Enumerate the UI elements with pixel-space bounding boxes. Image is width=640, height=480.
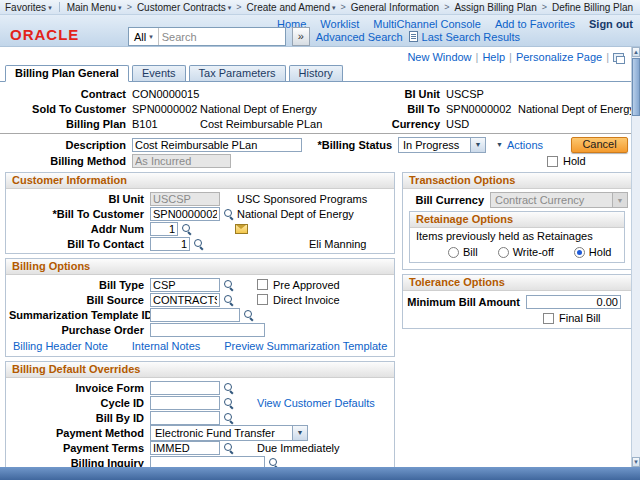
breadcrumb-item-general-information[interactable]: General Information — [351, 2, 439, 13]
invoice-form-label: Invoice Form — [9, 382, 150, 394]
lookup-icon[interactable] — [223, 294, 235, 306]
lookup-icon[interactable] — [223, 442, 235, 454]
bill-type-input[interactable] — [150, 278, 220, 292]
bill-by-id-input[interactable] — [150, 411, 220, 425]
bill-by-id-label: Bill By ID — [9, 412, 150, 424]
bill-currency-select: Contract Currency ▼ — [490, 192, 628, 208]
payment-terms-input[interactable] — [150, 441, 220, 455]
sign-out-link[interactable]: Sign out — [589, 18, 633, 30]
breadcrumb-item-customer-contracts[interactable]: Customer Contracts ▾ — [137, 2, 231, 13]
radio-icon[interactable] — [448, 247, 459, 258]
breadcrumb-item-define-billing-plan[interactable]: Define Billing Plan — [552, 2, 633, 13]
radio-icon[interactable] — [498, 247, 509, 258]
cancel-button[interactable]: Cancel — [571, 137, 628, 153]
summary-row: Contract CON0000015 BI Unit USCSP — [0, 86, 640, 101]
customer-information-section: Customer Information BI Unit USC Sponsor… — [5, 172, 395, 254]
bill-to-contact-input[interactable] — [150, 237, 190, 251]
lookup-icon[interactable] — [243, 309, 255, 321]
summarization-template-row: Summarization Template ID — [9, 307, 391, 322]
minimum-bill-amount-input[interactable] — [526, 295, 621, 309]
lookup-icon[interactable] — [193, 238, 205, 250]
dropdown-caret-icon: ▾ — [332, 4, 336, 11]
retainage-radio-group: Bill Write-off Hold — [410, 244, 624, 262]
pre-approved-field: Pre Approved — [257, 279, 340, 291]
new-window-link[interactable]: New Window — [407, 51, 471, 63]
minimum-bill-amount-row: Minimum Bill Amount — [406, 293, 628, 310]
hold-checkbox[interactable] — [547, 156, 558, 167]
summarization-template-input[interactable] — [150, 308, 240, 322]
radio-selected-icon[interactable] — [574, 247, 585, 258]
bill-source-input[interactable] — [150, 293, 220, 307]
billing-status-select[interactable]: In Progress ▼ — [398, 137, 486, 153]
view-customer-defaults-wrap: View Customer Defaults — [257, 397, 375, 409]
lookup-icon[interactable] — [223, 397, 235, 409]
vertical-scrollbar[interactable]: ▲ ▼ — [631, 47, 640, 467]
direct-invoice-checkbox[interactable] — [257, 294, 268, 305]
bi-unit-row: BI Unit USC Sponsored Programs — [9, 191, 391, 206]
pre-approved-label: Pre Approved — [273, 279, 340, 291]
actions-dropdown[interactable]: ▼ Actions — [496, 139, 543, 151]
breadcrumb-item-create-and-amend[interactable]: Create and Amend ▾ — [247, 2, 336, 13]
envelope-icon[interactable] — [235, 224, 248, 234]
lookup-icon[interactable] — [223, 279, 235, 291]
cycle-id-input[interactable] — [150, 396, 220, 410]
retainage-option-bill[interactable]: Bill — [448, 246, 478, 258]
advanced-search-link[interactable]: Advanced Search — [316, 31, 403, 43]
transaction-options-section: Transaction Options Bill Currency Contra… — [402, 172, 632, 270]
breadcrumb-item-assign-billing-plan[interactable]: Assign Billing Plan — [454, 2, 536, 13]
tab-tax-parameters[interactable]: Tax Parameters — [189, 65, 286, 81]
lookup-icon[interactable] — [223, 208, 235, 220]
purchase-order-input[interactable] — [150, 323, 265, 337]
bill-to-contact-description: Eli Manning — [309, 238, 366, 250]
bill-to-customer-input[interactable] — [150, 207, 220, 221]
scrollbar-thumb[interactable] — [632, 58, 640, 116]
bill-to-value: SPN0000002 — [446, 103, 518, 115]
lookup-icon[interactable] — [223, 382, 235, 394]
addr-num-input[interactable] — [150, 222, 178, 236]
separator-line — [0, 133, 640, 134]
copy-url-icon[interactable] — [613, 53, 624, 62]
addr-num-label: Addr Num — [9, 223, 150, 235]
sold-to-customer-name: National Dept of Energy — [200, 103, 368, 115]
lookup-icon[interactable] — [181, 223, 193, 235]
view-customer-defaults-link[interactable]: View Customer Defaults — [257, 397, 375, 409]
billing-header-note-link[interactable]: Billing Header Note — [13, 340, 108, 352]
tab-billing-plan-general[interactable]: Billing Plan General — [5, 65, 129, 82]
retainage-option-hold[interactable]: Hold — [574, 246, 612, 258]
bi-unit-label: BI Unit — [9, 193, 150, 205]
final-bill-checkbox[interactable] — [543, 313, 554, 324]
breadcrumb-separator: > — [542, 2, 547, 12]
dropdown-caret-icon: ▼ — [612, 193, 627, 207]
description-input[interactable] — [132, 138, 302, 152]
preview-summarization-template-link[interactable]: Preview Summarization Template — [224, 340, 387, 352]
retainage-option-write-off[interactable]: Write-off — [498, 246, 554, 258]
currency-value: USD — [446, 118, 518, 130]
search-go-button[interactable]: » — [292, 27, 310, 46]
tab-events[interactable]: Events — [132, 65, 186, 81]
horizontal-scrollbar[interactable] — [0, 467, 640, 480]
search-scope-dropdown[interactable]: All ▾ — [129, 28, 159, 45]
pre-approved-checkbox[interactable] — [257, 279, 268, 290]
lookup-icon[interactable] — [223, 412, 235, 424]
invoice-form-input[interactable] — [150, 381, 220, 395]
payment-method-select[interactable]: Electronic Fund Transfer ▼ — [150, 425, 308, 441]
header: ORACLE Home Worklist MultiChannel Consol… — [0, 15, 640, 47]
retainage-options-section: Retainage Options Items previously held … — [409, 211, 625, 263]
breadcrumb-separator: > — [444, 2, 449, 12]
internal-notes-link[interactable]: Internal Notes — [132, 340, 200, 352]
contract-value: CON0000015 — [132, 88, 200, 100]
search-input[interactable] — [159, 29, 285, 44]
tab-history[interactable]: History — [289, 65, 343, 81]
breadcrumb-item-main-menu[interactable]: Main Menu ▾ — [67, 2, 122, 13]
breadcrumb-separator: > — [127, 2, 132, 12]
bill-to-contact-label: Bill To Contact — [9, 238, 150, 250]
personalize-page-link[interactable]: Personalize Page — [516, 51, 602, 63]
scroll-up-icon[interactable]: ▲ — [632, 47, 640, 57]
scroll-down-icon[interactable]: ▼ — [632, 457, 640, 467]
last-search-results-link[interactable]: Last Search Results — [409, 31, 520, 43]
breadcrumb-label: Assign Billing Plan — [454, 2, 536, 13]
payment-method-label: Payment Method — [9, 427, 150, 439]
help-link[interactable]: Help — [482, 51, 505, 63]
breadcrumb-item-favorites[interactable]: Favorites ▾ — [5, 2, 52, 13]
bill-to-contact-row: Bill To Contact Eli Manning — [9, 236, 391, 251]
